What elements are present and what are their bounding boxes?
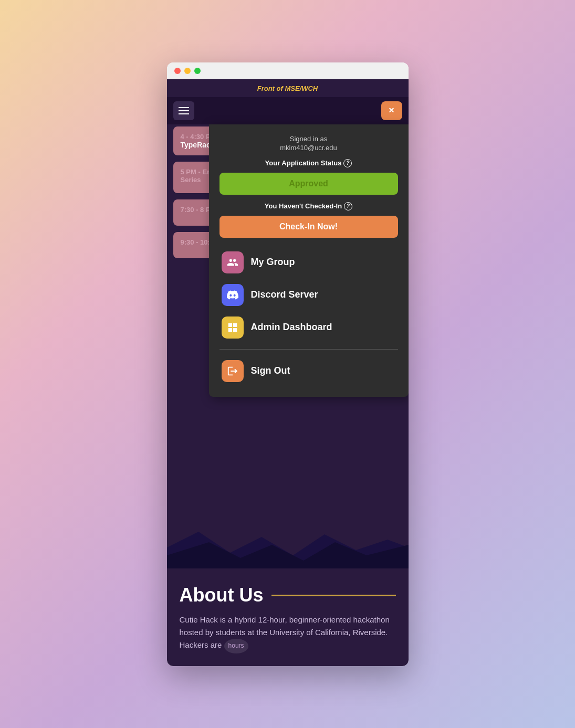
tab-label: Front of MSE/WCH [257,85,318,92]
dot-red[interactable] [174,68,181,74]
admin-label: Admin Dashboard [251,322,332,333]
mountains-area [167,526,409,568]
signed-in-email: mkim410@ucr.edu [219,144,398,152]
schedule-area: 4 - 4:30 PM TypeRacer Tournament 5 PM - … [167,124,409,527]
application-status-label: Your Application Status ? [219,159,398,167]
application-status-info-icon: ? [343,159,352,167]
about-text: Cutie Hack is a hybrid 12-hour, beginner… [180,614,396,653]
dot-yellow[interactable] [184,68,191,74]
discord-icon [222,284,244,306]
signed-in-prefix: Signed in as [219,135,398,143]
app-topbar: Front of MSE/WCH [167,79,409,97]
checkin-button[interactable]: Check-In Now! [219,216,398,238]
close-icon: × [389,105,394,116]
about-title-line [271,595,395,596]
signout-icon [222,360,244,382]
about-section: About Us Cutie Hack is a hybrid 12-hour,… [167,568,409,666]
dropdown-menu: Signed in as mkim410@ucr.edu Your Applic… [209,124,409,397]
signout-label: Sign Out [251,365,290,376]
hamburger-line [179,113,189,114]
hamburger-button[interactable] [173,101,194,120]
checked-in-info-icon: ? [344,202,352,210]
mountain-svg [167,526,409,568]
browser-titlebar [167,62,409,79]
dot-green[interactable] [194,68,201,74]
group-icon [222,251,244,273]
menu-item-discord[interactable]: Discord Server [219,280,398,310]
nav-bar: × [167,97,409,124]
admin-icon [222,316,244,339]
browser-body: Front of MSE/WCH × 4 - 4:30 PM TypeRacer… [167,79,409,666]
hamburger-line [179,110,189,111]
menu-items: My Group Discord Server [219,247,398,386]
menu-item-admin[interactable]: Admin Dashboard [219,312,398,343]
close-button[interactable]: × [381,101,402,120]
browser-window: Front of MSE/WCH × 4 - 4:30 PM TypeRacer… [167,62,409,666]
hamburger-line [179,107,189,108]
discord-label: Discord Server [251,289,318,300]
hours-badge: hours [224,639,248,653]
about-title-row: About Us [180,584,396,606]
menu-item-my-group[interactable]: My Group [219,247,398,278]
checked-in-label: You Haven't Checked-In ? [219,202,398,210]
my-group-label: My Group [251,257,295,268]
approved-status-badge: Approved [219,173,398,195]
about-title: About Us [180,584,264,606]
menu-item-signout[interactable]: Sign Out [219,356,398,386]
menu-divider [219,349,398,350]
